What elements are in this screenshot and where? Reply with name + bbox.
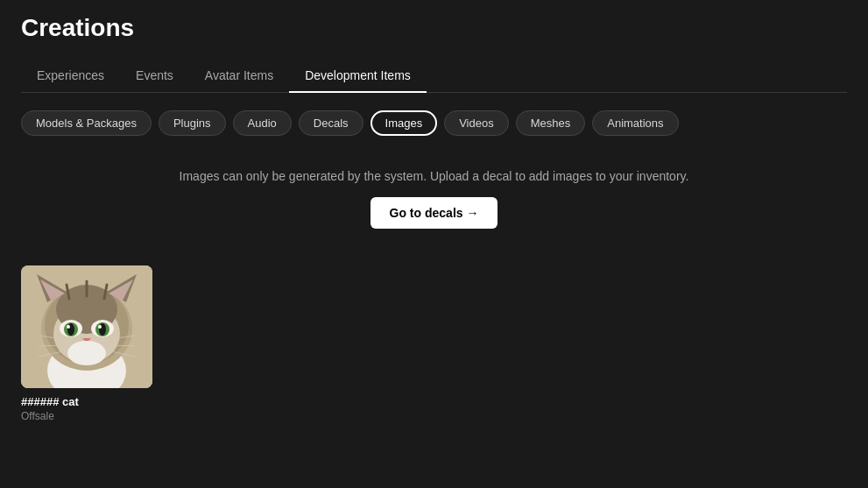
- page-title: Creations: [21, 14, 847, 42]
- pill-images[interactable]: Images: [370, 110, 438, 136]
- pill-meshes[interactable]: Meshes: [516, 110, 586, 136]
- items-grid: ###### cat Offsale: [21, 258, 847, 422]
- go-to-decals-button[interactable]: Go to decals →: [370, 197, 498, 229]
- main-tabs: Experiences Events Avatar Items Developm…: [21, 60, 847, 93]
- svg-point-19: [67, 325, 70, 329]
- cat-image: [21, 265, 152, 388]
- pill-videos[interactable]: Videos: [444, 110, 509, 136]
- tab-development-items[interactable]: Development Items: [289, 60, 427, 93]
- pill-plugins[interactable]: Plugins: [159, 110, 226, 136]
- svg-point-20: [98, 325, 102, 329]
- pill-audio[interactable]: Audio: [233, 110, 292, 136]
- item-status: Offsale: [21, 410, 152, 422]
- tab-experiences[interactable]: Experiences: [21, 60, 120, 93]
- pill-models-packages[interactable]: Models & Packages: [21, 110, 152, 136]
- page-container: Creations Experiences Events Avatar Item…: [0, 0, 868, 436]
- item-thumbnail: [21, 265, 152, 388]
- tab-avatar-items[interactable]: Avatar Items: [189, 60, 289, 93]
- list-item[interactable]: ###### cat Offsale: [21, 265, 152, 422]
- info-section: Images can only be generated by the syst…: [21, 160, 847, 237]
- info-message: Images can only be generated by the syst…: [21, 169, 847, 183]
- tab-events[interactable]: Events: [120, 60, 189, 93]
- svg-point-28: [67, 341, 106, 365]
- filter-pills: Models & Packages Plugins Audio Decals I…: [21, 110, 847, 136]
- pill-decals[interactable]: Decals: [299, 110, 363, 136]
- item-name: ###### cat: [21, 395, 152, 408]
- pill-animations[interactable]: Animations: [592, 110, 678, 136]
